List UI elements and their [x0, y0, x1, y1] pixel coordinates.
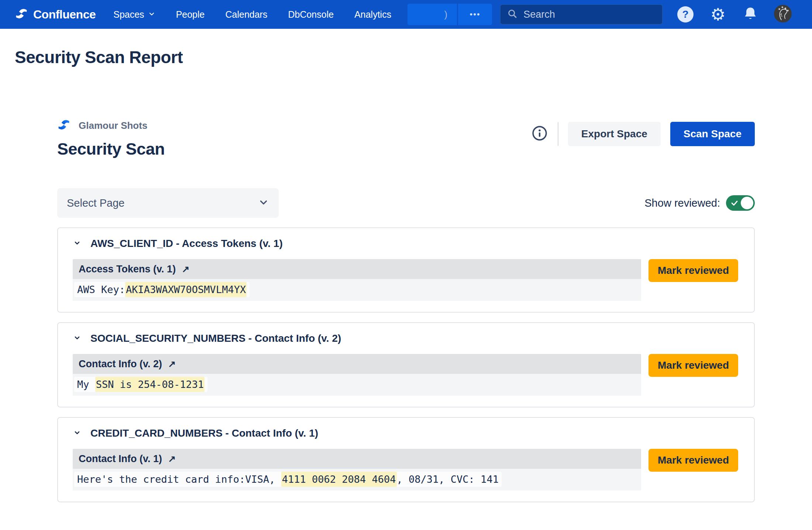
collapse-chevron-icon	[73, 238, 82, 249]
matched-text: Here's the credit card info:VISA, 4111 0…	[74, 472, 502, 487]
page-title: Security Scan Report	[15, 47, 812, 67]
select-page-value: Select Page	[67, 197, 124, 209]
result-page-link[interactable]: Contact Info (v. 2)	[79, 358, 162, 370]
show-reviewed-toggle[interactable]	[726, 195, 755, 211]
result-main: Contact Info (v. 1) ↗ Here's the credit …	[73, 449, 641, 491]
finding-title: AWS_CLIENT_ID - Access Tokens (v. 1)	[90, 238, 283, 249]
nav-item-people[interactable]: People	[176, 9, 205, 20]
svg-text:✶: ✶	[778, 7, 781, 11]
result-page-bar[interactable]: Access Tokens (v. 1) ↗	[73, 259, 641, 279]
info-icon[interactable]	[531, 125, 548, 143]
help-icon: ?	[677, 6, 694, 23]
space-logo-icon	[57, 118, 70, 133]
finding-card-aws-client-id: AWS_CLIENT_ID - Access Tokens (v. 1) Acc…	[57, 227, 755, 313]
nav-icon-cluster: ? ⚙ ✶✶✶✶	[669, 0, 799, 29]
external-link-icon: ↗	[182, 264, 189, 275]
bell-icon	[742, 6, 758, 23]
toggle-knob	[741, 197, 753, 209]
confluence-brand[interactable]: Confluence	[15, 7, 96, 22]
result-content: Here's the credit card info:VISA, 4111 0…	[73, 469, 641, 491]
confluence-logo-icon	[15, 7, 28, 22]
brand-name: Confluence	[33, 8, 96, 21]
finding-header[interactable]: AWS_CLIENT_ID - Access Tokens (v. 1)	[73, 238, 739, 249]
svg-text:✶: ✶	[787, 8, 789, 13]
result-page-bar[interactable]: Contact Info (v. 2) ↗	[73, 354, 641, 374]
finding-header[interactable]: SOCIAL_SECURITY_NUMBERS - Contact Info (…	[73, 333, 739, 344]
collapse-chevron-icon	[73, 333, 82, 344]
mark-reviewed-button[interactable]: Mark reviewed	[648, 259, 738, 282]
result-content: My SSN is 254-08-1231	[73, 374, 641, 396]
external-link-icon: ↗	[168, 359, 176, 369]
nav-item-analytics[interactable]: Analytics	[354, 9, 391, 20]
show-reviewed-label: Show reviewed:	[644, 197, 720, 209]
result-content: AWS Key:AKIA3WAXW70OSMVLM4YX	[73, 279, 641, 301]
finding-header[interactable]: CREDIT_CARD_NUMBERS - Contact Info (v. 1…	[73, 427, 739, 439]
result-main: Contact Info (v. 2) ↗ My SSN is 254-08-1…	[73, 354, 641, 396]
space-identity: Glamour Shots Security Scan	[57, 118, 165, 159]
highlighted-match: 4111 0062 2084 4604	[281, 472, 397, 487]
show-reviewed-control: Show reviewed:	[644, 195, 755, 211]
help-button[interactable]: ?	[669, 0, 702, 29]
gear-icon: ⚙	[710, 6, 726, 23]
more-menu-button[interactable]: •••	[458, 4, 492, 25]
finding-card-credit-card-numbers: CREDIT_CARD_NUMBERS - Contact Info (v. 1…	[57, 417, 755, 502]
export-space-button[interactable]: Export Space	[568, 122, 661, 146]
result-main: Access Tokens (v. 1) ↗ AWS Key:AKIA3WAXW…	[73, 259, 641, 301]
scan-space-button[interactable]: Scan Space	[670, 122, 755, 146]
chevron-down-icon	[148, 9, 155, 20]
search-input[interactable]	[523, 9, 656, 20]
notifications-button[interactable]	[734, 0, 767, 29]
breadcrumb: Glamour Shots	[57, 118, 165, 133]
finding-result: Access Tokens (v. 1) ↗ AWS Key:AKIA3WAXW…	[73, 259, 739, 301]
main-content: Glamour Shots Security Scan Export Space…	[57, 118, 755, 502]
matched-text: My SSN is 254-08-1231	[74, 377, 207, 392]
matched-text: AWS Key:AKIA3WAXW70OSMVLM4YX	[74, 282, 250, 297]
highlighted-match: AKIA3WAXW70OSMVLM4YX	[125, 282, 247, 297]
controls-row: Select Page Show reviewed:	[57, 188, 755, 218]
nav-item-spaces[interactable]: Spaces	[113, 9, 155, 20]
space-header: Glamour Shots Security Scan Export Space…	[57, 118, 755, 159]
top-navbar: Confluence Spaces People Calendars DbCon…	[0, 0, 812, 29]
nav-item-calendars[interactable]: Calendars	[225, 9, 267, 20]
select-page-dropdown[interactable]: Select Page	[57, 188, 279, 218]
finding-title: CREDIT_CARD_NUMBERS - Contact Info (v. 1…	[90, 427, 318, 439]
highlighted-match: SSN is 254-08-1231	[95, 377, 205, 392]
actions-divider	[558, 122, 558, 146]
nav-partial-button[interactable]: )	[407, 4, 457, 25]
search-icon	[507, 8, 517, 20]
svg-text:✶: ✶	[781, 5, 784, 9]
result-page-link[interactable]: Access Tokens (v. 1)	[79, 264, 176, 275]
finding-result: Contact Info (v. 1) ↗ Here's the credit …	[73, 449, 739, 491]
space-heading: Security Scan	[57, 140, 165, 159]
space-name-link[interactable]: Glamour Shots	[79, 120, 147, 131]
result-page-bar[interactable]: Contact Info (v. 1) ↗	[73, 449, 641, 469]
nav-item-dbconsole[interactable]: DbConsole	[288, 9, 334, 20]
finding-card-social-security-numbers: SOCIAL_SECURITY_NUMBERS - Contact Info (…	[57, 322, 755, 407]
search-box[interactable]	[500, 4, 663, 24]
settings-button[interactable]: ⚙	[702, 0, 734, 29]
collapse-chevron-icon	[73, 428, 82, 438]
check-icon	[730, 199, 739, 207]
result-page-link[interactable]: Contact Info (v. 1)	[79, 453, 162, 465]
chevron-down-icon	[258, 197, 269, 209]
mark-reviewed-button[interactable]: Mark reviewed	[648, 449, 738, 472]
nav-action-group: ) •••	[407, 4, 492, 25]
account-button[interactable]: ✶✶✶✶	[767, 0, 799, 29]
external-link-icon: ↗	[168, 454, 176, 464]
finding-title: SOCIAL_SECURITY_NUMBERS - Contact Info (…	[90, 333, 341, 344]
mark-reviewed-button[interactable]: Mark reviewed	[648, 354, 738, 377]
avatar: ✶✶✶✶	[774, 4, 792, 24]
finding-result: Contact Info (v. 2) ↗ My SSN is 254-08-1…	[73, 354, 739, 396]
space-actions: Export Space Scan Space	[531, 122, 755, 146]
nav-items: Spaces People Calendars DbConsole Analyt…	[113, 9, 391, 20]
